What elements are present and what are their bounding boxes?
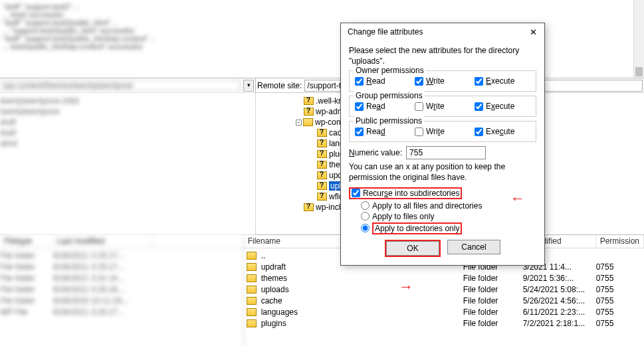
annotation-arrow-icon: ← bbox=[510, 190, 525, 207]
list-row[interactable]: languagesFile folder6/11/2021 2:23:...07… bbox=[244, 306, 644, 317]
group-write-checkbox[interactable]: Write bbox=[415, 102, 467, 111]
owner-write-checkbox[interactable]: Write bbox=[415, 76, 467, 86]
cell-perm: 0755 bbox=[596, 296, 636, 305]
folder-icon bbox=[317, 193, 327, 201]
hint-text: You can use an x at any position to keep… bbox=[349, 161, 536, 183]
local-path-input[interactable] bbox=[1, 80, 241, 92]
close-icon[interactable]: ✕ bbox=[526, 27, 540, 37]
cell-name: uploads bbox=[261, 285, 289, 294]
tree-item[interactable]: draft bbox=[0, 128, 16, 137]
cell: 6/28/2021 3:25:18... bbox=[53, 285, 124, 294]
local-path-dropdown[interactable]: ▾ bbox=[243, 80, 254, 92]
folder-icon bbox=[317, 139, 327, 147]
log-pane: "stuff" "support-test2" ... ... test2 su… bbox=[0, 0, 644, 78]
cell-perm: 0755 bbox=[596, 285, 636, 294]
scrollbar-thumb[interactable] bbox=[635, 67, 643, 76]
cell: File folder bbox=[0, 296, 53, 305]
folder-icon bbox=[304, 97, 314, 105]
change-attributes-dialog: Change file attributes ✕ Please select t… bbox=[340, 23, 545, 266]
log-content: "stuff" "support-test2" ... ... test2 su… bbox=[3, 3, 641, 50]
public-read-checkbox[interactable]: Read bbox=[355, 127, 407, 136]
apply-files-radio[interactable]: Apply to files only bbox=[361, 212, 536, 221]
local-file-list[interactable]: Filetype Last modified File folder6/28/2… bbox=[0, 235, 244, 346]
public-permissions-group: Public permissions Read Write Execute bbox=[349, 121, 536, 142]
cell-perm: 0755 bbox=[596, 274, 636, 283]
annotation-arrow-icon: → bbox=[399, 278, 413, 296]
local-tree[interactable]: twentytwentyone-child twentytwentyone dr… bbox=[0, 93, 255, 234]
log-line: ... "support-test2/public_html" successf… bbox=[3, 27, 641, 35]
tree-item[interactable]: draft bbox=[0, 118, 16, 127]
radio-label: Apply to files only bbox=[372, 212, 434, 221]
log-line: ... test2/public_html/wp-content" succes… bbox=[3, 43, 641, 50]
cancel-button[interactable]: Cancel bbox=[447, 240, 500, 254]
local-pane: ▾ twentytwentyone-child twentytwentyone … bbox=[0, 78, 256, 234]
numeric-value-label: Numeric value: bbox=[349, 148, 402, 157]
owner-execute-checkbox[interactable]: Execute bbox=[475, 76, 526, 86]
group-permissions-group: Group permissions Read Write Execute bbox=[349, 96, 536, 117]
group-execute-checkbox[interactable]: Execute bbox=[475, 102, 526, 111]
cell: File folder bbox=[0, 274, 53, 283]
numeric-value-input[interactable] bbox=[406, 146, 486, 159]
list-row[interactable]: themesFile folder9/2021 5:36:...0755 bbox=[244, 272, 644, 284]
log-line: "stuff" "support-test2/public_html" ... bbox=[3, 19, 641, 27]
recurse-label: Recurse into subdirectories bbox=[363, 189, 459, 198]
cell: 6/28/2021 3:31:14... bbox=[53, 274, 124, 283]
folder-icon bbox=[317, 129, 327, 137]
cell: 6/28/2021 3:25:17... bbox=[53, 262, 124, 272]
group-legend: Public permissions bbox=[354, 116, 424, 126]
cell-perm: 0755 bbox=[596, 319, 636, 328]
list-row[interactable]: pluginsFile folder7/2/2021 2:18:1...0755 bbox=[244, 317, 644, 329]
list-row[interactable]: cacheFile folder5/26/2021 4:56:...0755 bbox=[244, 295, 644, 306]
cell: 6/28/2021 3:25:17... bbox=[53, 307, 124, 317]
cell: WP File bbox=[0, 307, 53, 317]
cell: File folder bbox=[0, 251, 53, 260]
dialog-intro: Please select the new attributes for the… bbox=[349, 46, 536, 66]
log-scrollbar[interactable] bbox=[633, 0, 644, 78]
cell-name: plugins bbox=[261, 319, 286, 328]
folder-icon bbox=[247, 274, 257, 282]
recurse-checkbox[interactable] bbox=[352, 189, 360, 197]
col-permissions[interactable]: Permission bbox=[596, 235, 644, 248]
cell-perm: 0755 bbox=[596, 307, 636, 317]
folder-icon bbox=[317, 161, 327, 169]
folder-icon bbox=[247, 308, 257, 316]
tree-item[interactable]: twentytwentyone-child bbox=[0, 96, 78, 106]
public-write-checkbox[interactable]: Write bbox=[415, 127, 467, 136]
cell-modified: 9/2021 5:36:... bbox=[523, 274, 596, 283]
remote-site-label: Remote site: bbox=[257, 81, 302, 90]
group-legend: Group permissions bbox=[354, 91, 425, 100]
collapse-icon[interactable]: − bbox=[296, 120, 302, 126]
cell: 6/28/2020 10:11:25... bbox=[53, 296, 128, 305]
tree-item[interactable]: almd bbox=[0, 139, 17, 148]
group-read-checkbox[interactable]: Read bbox=[355, 102, 407, 111]
folder-icon bbox=[247, 319, 257, 327]
cell-name: updraft bbox=[261, 262, 286, 272]
group-legend: Owner permissions bbox=[354, 66, 426, 75]
cell: File folder bbox=[0, 285, 53, 294]
ok-button[interactable]: OK bbox=[386, 241, 439, 256]
dialog-titlebar[interactable]: Change file attributes ✕ bbox=[341, 23, 544, 41]
tree-item[interactable]: twentytwentyone bbox=[0, 107, 59, 116]
apply-dirs-radio[interactable]: Apply to directories only bbox=[361, 222, 536, 234]
log-line: ... test2 successful bbox=[3, 11, 641, 19]
cell-name: cache bbox=[261, 296, 282, 305]
cell-modified: 5/24/2021 5:08:... bbox=[523, 285, 596, 294]
owner-read-checkbox[interactable]: Read bbox=[355, 76, 407, 86]
cell-type: File folder bbox=[463, 285, 523, 294]
list-row[interactable]: uploadsFile folder5/24/2021 5:08:...0755 bbox=[244, 284, 644, 295]
cell-modified: 5/26/2021 4:56:... bbox=[523, 296, 596, 305]
cell-name: themes bbox=[261, 274, 287, 283]
folder-icon bbox=[304, 108, 314, 116]
cell: File folder bbox=[0, 262, 53, 272]
folder-icon bbox=[247, 297, 257, 305]
col-lastmodified[interactable]: Last modified bbox=[53, 235, 153, 248]
public-execute-checkbox[interactable]: Execute bbox=[475, 127, 526, 136]
folder-icon bbox=[304, 203, 314, 211]
cell-type: File folder bbox=[463, 307, 523, 317]
log-line: "stuff" "support-test2/public_html/wp-co… bbox=[3, 35, 641, 43]
cell-name: .. bbox=[261, 251, 266, 260]
cell-type: File folder bbox=[463, 296, 523, 305]
radio-label: Apply to directories only bbox=[372, 222, 462, 234]
owner-permissions-group: Owner permissions Read Write Execute bbox=[349, 70, 536, 92]
col-filetype[interactable]: Filetype bbox=[0, 235, 53, 248]
